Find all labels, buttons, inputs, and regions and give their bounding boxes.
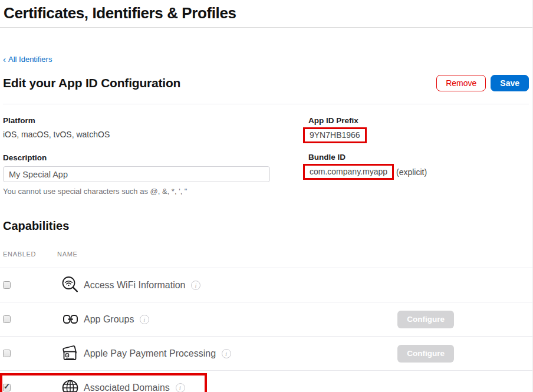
capability-row: ✓ App Groups i Configure [0, 302, 532, 337]
info-icon[interactable]: i [222, 349, 231, 358]
capability-checkbox[interactable]: ✓ [3, 384, 11, 391]
app-id-form: Platform iOS, macOS, tvOS, watchOS Descr… [3, 116, 532, 196]
edit-section-title: Edit your App ID Configuration [3, 76, 180, 90]
configure-button[interactable]: Configure [397, 311, 454, 328]
page-title: Certificates, Identifiers & Profiles [4, 4, 529, 22]
chevron-left-icon: ‹ [3, 55, 6, 64]
payment-cards-icon [61, 345, 80, 362]
description-field: Description You cannot use special chara… [3, 153, 270, 196]
page-header: Certificates, Identifiers & Profiles [0, 0, 532, 28]
chain-links-icon [62, 312, 78, 326]
platform-field: Platform iOS, macOS, tvOS, watchOS [3, 116, 270, 139]
wifi-search-icon [61, 275, 80, 295]
bundle-id-label: Bundle ID [308, 153, 532, 162]
column-header-name: NAME [57, 251, 78, 258]
capabilities-table-header: ENABLED NAME [0, 251, 532, 268]
app-id-config-page: { "page": { "title": "Certificates, Iden… [0, 0, 533, 392]
capability-icon-cell [57, 312, 83, 326]
capability-enabled-cell: ✓ [3, 350, 57, 357]
app-id-prefix-value: 9YN7HB1966 [310, 130, 360, 140]
capability-label: Access WiFi Information [84, 280, 185, 291]
form-left-column: Platform iOS, macOS, tvOS, watchOS Descr… [3, 116, 270, 196]
back-link-all-identifiers[interactable]: ‹ All Identifiers [3, 55, 52, 64]
bundle-id-line: com.company.myapp (explicit) [308, 164, 532, 180]
globe-icon [60, 378, 80, 392]
capability-label: Apple Pay Payment Processing [84, 348, 216, 359]
bundle-id-value: com.company.myapp [310, 167, 387, 176]
capability-icon-cell [57, 345, 83, 362]
capabilities-table: ✓ Access WiFi Information i ✓ [0, 268, 532, 392]
remove-button[interactable]: Remove [436, 75, 486, 91]
info-icon[interactable]: i [140, 315, 149, 324]
bundle-id-annotation-box: com.company.myapp [303, 164, 394, 180]
info-icon[interactable]: i [191, 281, 200, 290]
capability-row: ✓ Associated Domains i [0, 371, 532, 392]
capability-enabled-cell: ✓ [3, 315, 57, 323]
capability-checkbox[interactable]: ✓ [3, 350, 11, 357]
bundle-id-field: Bundle ID com.company.myapp (explicit) [308, 153, 532, 180]
app-id-prefix-label: App ID Prefix [308, 116, 532, 125]
platform-label: Platform [3, 116, 270, 125]
configure-button[interactable]: Configure [397, 345, 454, 363]
description-label: Description [3, 153, 270, 162]
description-helper-text: You cannot use special characters such a… [3, 187, 270, 196]
capability-icon-cell [57, 378, 83, 392]
capability-row: ✓ Access WiFi Information i [0, 268, 532, 302]
column-header-enabled: ENABLED [3, 251, 57, 258]
capability-enabled-cell: ✓ [3, 281, 57, 289]
checkmark-icon: ✓ [4, 383, 10, 390]
capability-enabled-cell: ✓ [3, 384, 57, 391]
capability-icon-cell [57, 275, 83, 295]
app-id-prefix-annotation-box: 9YN7HB1966 [303, 127, 367, 143]
app-id-prefix-field: App ID Prefix 9YN7HB1966 [308, 116, 532, 143]
description-input[interactable] [3, 166, 270, 182]
capability-checkbox[interactable]: ✓ [3, 281, 11, 289]
save-button[interactable]: Save [491, 75, 529, 91]
edit-header: Edit your App ID Configuration Remove Sa… [3, 75, 529, 104]
capability-row: ✓ Apple Pay Payment Processing [0, 337, 532, 371]
info-icon[interactable]: i [176, 383, 185, 392]
bundle-id-suffix: (explicit) [396, 167, 427, 177]
capability-label: App Groups [84, 314, 134, 325]
form-right-column: App ID Prefix 9YN7HB1966 Bundle ID com.c… [308, 116, 532, 196]
capabilities-title: Capabilities [3, 219, 532, 233]
capability-checkbox[interactable]: ✓ [3, 315, 11, 323]
platform-value: iOS, macOS, tvOS, watchOS [3, 130, 270, 139]
edit-actions: Remove Save [436, 75, 529, 91]
back-link-label: All Identifiers [8, 55, 52, 64]
capability-label: Associated Domains [84, 383, 170, 392]
